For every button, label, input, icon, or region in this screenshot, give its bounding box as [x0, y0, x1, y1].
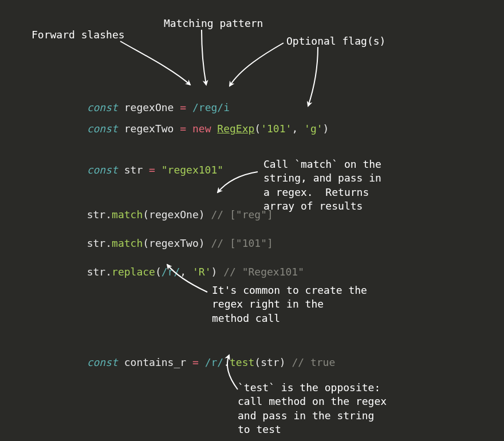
- rparen: ): [199, 208, 205, 220]
- code-line-5: str.match(regexTwo) // ["101"]: [74, 223, 273, 250]
- eq: =: [192, 356, 199, 368]
- comment-Regex101: // "Regex101": [223, 266, 304, 278]
- label-match-note: Call `match` on the string, and pass in …: [263, 158, 381, 213]
- method-match: match: [112, 237, 143, 249]
- code-line-7: const contains_r = /r/.test(str) // true: [74, 342, 335, 369]
- arrow-optional-flag-g: [308, 47, 318, 106]
- code-line-4: str.match(regexOne) // ["reg"]: [74, 195, 273, 222]
- method-match: match: [112, 208, 143, 220]
- rparen: ): [199, 237, 205, 249]
- lparen: (: [155, 266, 162, 278]
- const-kw: const: [87, 164, 118, 176]
- comment-reg: // ["reg"]: [211, 208, 273, 220]
- comment-101: // ["101"]: [211, 237, 273, 249]
- rparen: ): [211, 266, 217, 278]
- eq: =: [180, 123, 186, 135]
- lparen: (: [143, 237, 149, 249]
- const-kw: const: [87, 356, 118, 368]
- arrow-forward-slashes: [120, 41, 190, 85]
- method-test: test: [230, 356, 254, 368]
- dot: .: [105, 266, 112, 278]
- const-kw: const: [87, 123, 118, 135]
- ident-regexOne: regexOne: [149, 208, 199, 220]
- lparen: (: [143, 208, 149, 220]
- dot: .: [105, 208, 112, 220]
- ident-str: str: [87, 208, 106, 220]
- class-RegExp: RegExp: [217, 123, 254, 135]
- rparen: ): [279, 356, 286, 368]
- ident-regexTwo: regexTwo: [124, 123, 174, 135]
- comma: ,: [180, 266, 192, 278]
- comma: ,: [292, 123, 304, 135]
- ident-str: str: [124, 164, 143, 176]
- arrow-matching-pattern: [202, 30, 206, 85]
- code-line-6: str.replace(/r/, 'R') // "Regex101": [74, 252, 304, 279]
- new-kw: new: [192, 123, 211, 135]
- label-matching-pattern: Matching pattern: [164, 17, 263, 30]
- lparen: (: [254, 123, 261, 135]
- ident-contains_r: contains_r: [124, 356, 186, 368]
- eq: =: [149, 164, 155, 176]
- arrow-match-note: [218, 172, 258, 192]
- dot: .: [223, 356, 230, 368]
- lparen: (: [254, 356, 261, 368]
- label-optional-flags: Optional flag(s): [286, 34, 385, 48]
- rparen: ): [323, 123, 329, 135]
- ident-str: str: [87, 237, 106, 249]
- label-forward-slashes: Forward slashes: [32, 28, 125, 42]
- code-line-3: const str = "regex101": [74, 150, 223, 177]
- str-101: '101': [261, 123, 292, 135]
- label-inline-note: It's common to create the regex right in…: [212, 284, 367, 325]
- regex-r: /r/: [162, 266, 180, 278]
- method-replace: replace: [112, 266, 155, 278]
- ident-regexTwo: regexTwo: [149, 237, 199, 249]
- str-R: 'R': [192, 266, 211, 278]
- str-regex101: "regex101": [162, 164, 223, 176]
- str-g: 'g': [304, 123, 323, 135]
- comment-true: // true: [292, 356, 335, 368]
- code-line-2: const regexTwo = new RegExp('101', 'g'): [74, 109, 329, 136]
- dot: .: [105, 237, 112, 249]
- ident-str: str: [261, 356, 279, 368]
- ident-str: str: [87, 266, 106, 278]
- arrow-optional-flag-i: [230, 43, 284, 86]
- regex-r2: /r/: [205, 356, 224, 368]
- label-test-note: `test` is the opposite: call method on t…: [238, 381, 387, 436]
